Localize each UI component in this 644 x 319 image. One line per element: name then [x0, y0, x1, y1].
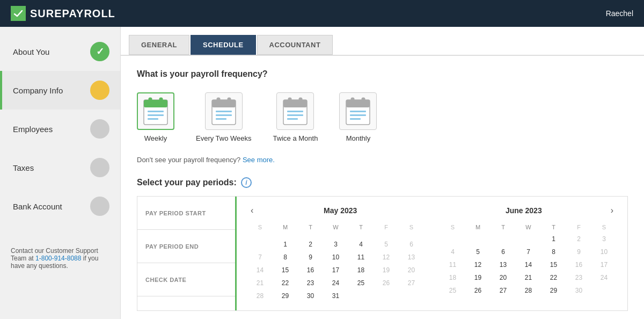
calendar-june-grid: S M T W T F S 12345678910111 — [440, 222, 617, 297]
calendar-day[interactable]: 12 — [374, 251, 399, 264]
pay-period-start-label: PAY PERIOD START — [137, 197, 235, 230]
calendar-day[interactable]: 8 — [273, 251, 298, 264]
calendar-may-title: May 2023 — [257, 206, 424, 215]
calendar-day[interactable]: 10 — [591, 245, 617, 258]
calendar-day[interactable]: 6 — [399, 238, 424, 251]
svg-rect-26 — [350, 114, 366, 116]
calendar-day[interactable]: 20 — [399, 264, 424, 277]
calendar-day[interactable]: 18 — [348, 264, 374, 277]
calendar-day[interactable]: 7 — [516, 245, 541, 258]
calendar-day[interactable]: 11 — [440, 258, 465, 271]
calendar-day[interactable]: 14 — [516, 258, 541, 271]
day-header-f: F — [566, 222, 591, 233]
calendar-day[interactable]: 17 — [591, 258, 617, 271]
calendar-day[interactable]: 17 — [323, 264, 348, 277]
calendar-day — [516, 233, 541, 245]
freq-option-twice-month[interactable]: Twice a Month — [273, 92, 318, 142]
freq-option-weekly[interactable]: Weekly — [137, 92, 174, 142]
calendar-june: June 2023 › S M T W — [440, 205, 617, 302]
prev-month-button[interactable]: ‹ — [247, 205, 257, 216]
calendar-day[interactable]: 24 — [591, 271, 617, 284]
tab-schedule[interactable]: SCHEDULE — [191, 35, 256, 55]
sidebar-item-company-info[interactable]: Company Info — [0, 71, 120, 110]
calendar-day[interactable]: 28 — [247, 289, 273, 302]
sidebar-item-about-you[interactable]: About You ✓ — [0, 32, 120, 71]
calendar-day[interactable]: 1 — [541, 233, 566, 245]
calendar-day[interactable]: 20 — [491, 271, 516, 284]
calendar-day[interactable]: 2 — [298, 238, 323, 251]
calendar-day[interactable]: 27 — [399, 277, 424, 289]
calendar-day[interactable]: 8 — [541, 245, 566, 258]
day-header-m: M — [465, 222, 491, 233]
calendar-day[interactable]: 19 — [465, 271, 491, 284]
logo-text: SUREPAYROLL — [30, 8, 115, 20]
sidebar-item-taxes[interactable]: Taxes — [0, 148, 120, 187]
calendar-day — [348, 289, 374, 302]
calendar-day[interactable]: 13 — [399, 251, 424, 264]
calendar-day[interactable]: 25 — [440, 284, 465, 297]
tab-general[interactable]: GENERAL — [129, 35, 189, 55]
calendar-day[interactable]: 28 — [516, 284, 541, 297]
calendars-container: ‹ May 2023 S M T W — [237, 197, 627, 310]
calendar-day[interactable]: 16 — [566, 258, 591, 271]
calendar-day[interactable]: 3 — [591, 233, 617, 245]
calendar-day — [348, 233, 374, 238]
calendar-day[interactable]: 30 — [566, 284, 591, 297]
svg-rect-20 — [287, 118, 298, 120]
calendar-day[interactable]: 3 — [323, 238, 348, 251]
sidebar: About You ✓ Company Info Employees Taxes… — [0, 27, 121, 319]
freq-option-monthly[interactable]: Monthly — [339, 92, 377, 142]
calendar-day[interactable]: 5 — [374, 238, 399, 251]
calendar-day[interactable]: 30 — [298, 289, 323, 302]
calendar-day[interactable]: 10 — [323, 251, 348, 264]
day-header-s2: S — [399, 222, 424, 233]
day-header-w: W — [516, 222, 541, 233]
calendar-day[interactable]: 15 — [541, 258, 566, 271]
calendar-day[interactable]: 1 — [273, 238, 298, 251]
calendar-day[interactable]: 21 — [247, 277, 273, 289]
calendar-day[interactable]: 24 — [323, 277, 348, 289]
support-phone-link[interactable]: 1-800-914-8088 — [35, 255, 81, 262]
calendar-day[interactable]: 14 — [247, 264, 273, 277]
calendar-day[interactable]: 2 — [566, 233, 591, 245]
next-month-button[interactable]: › — [608, 205, 617, 216]
calendar-day[interactable]: 9 — [298, 251, 323, 264]
calendar-day[interactable]: 31 — [323, 289, 348, 302]
calendar-day[interactable]: 29 — [273, 289, 298, 302]
calendar-day[interactable]: 6 — [491, 245, 516, 258]
sidebar-item-employees[interactable]: Employees — [0, 110, 120, 148]
freq-option-every-two-weeks[interactable]: Every Two Weeks — [196, 92, 252, 142]
see-more-link[interactable]: See more. — [243, 156, 275, 164]
calendar-day — [298, 233, 323, 238]
calendar-day[interactable]: 5 — [465, 245, 491, 258]
calendar-day[interactable]: 23 — [566, 271, 591, 284]
calendar-day[interactable]: 11 — [348, 251, 374, 264]
calendar-day[interactable]: 22 — [273, 277, 298, 289]
frequency-title: What is your payroll frequency? — [137, 69, 628, 79]
sidebar-support: Contact our Customer Support Team at 1-8… — [0, 236, 120, 280]
calendar-day[interactable]: 23 — [298, 277, 323, 289]
calendar-day[interactable]: 7 — [247, 251, 273, 264]
svg-rect-6 — [148, 118, 158, 120]
day-header-t: T — [491, 222, 516, 233]
calendar-day[interactable]: 18 — [440, 271, 465, 284]
calendar-day[interactable]: 29 — [541, 284, 566, 297]
calendar-day[interactable]: 15 — [273, 264, 298, 277]
calendar-day[interactable]: 12 — [465, 258, 491, 271]
calendar-day[interactable]: 19 — [374, 264, 399, 277]
calendar-day[interactable]: 4 — [440, 245, 465, 258]
calendar-day[interactable]: 21 — [516, 271, 541, 284]
calendar-day[interactable]: 25 — [348, 277, 374, 289]
calendar-day[interactable]: 22 — [541, 271, 566, 284]
tab-accountant[interactable]: ACCOUNTANT — [257, 35, 333, 55]
calendar-day[interactable]: 13 — [491, 258, 516, 271]
calendar-day[interactable]: 26 — [465, 284, 491, 297]
calendar-day[interactable]: 26 — [374, 277, 399, 289]
day-header-w: W — [323, 222, 348, 233]
calendar-day[interactable]: 27 — [491, 284, 516, 297]
calendar-day[interactable]: 4 — [348, 238, 374, 251]
calendar-day[interactable]: 16 — [298, 264, 323, 277]
sidebar-item-bank-account[interactable]: Bank Account — [0, 187, 120, 226]
info-icon[interactable]: i — [241, 177, 252, 188]
calendar-day[interactable]: 9 — [566, 245, 591, 258]
